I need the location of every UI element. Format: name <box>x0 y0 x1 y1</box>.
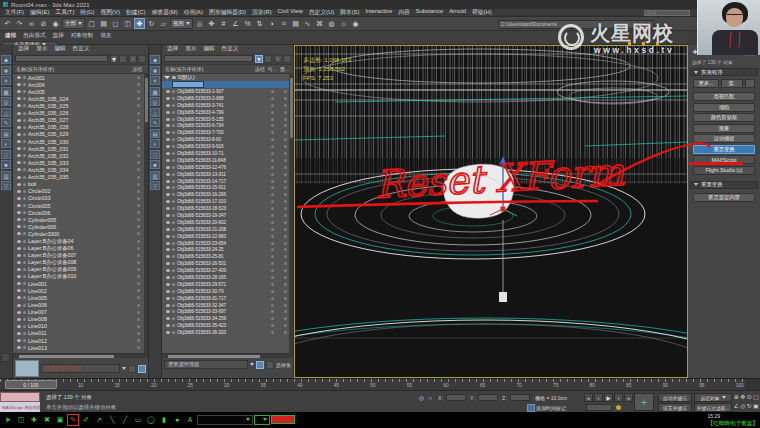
visible-toggle[interactable] <box>284 180 287 183</box>
lock-icon[interactable] <box>264 55 272 63</box>
list-item[interactable]: Obj3d66-515633-3-741 <box>162 102 293 109</box>
gizmo-center[interactable] <box>501 207 506 212</box>
list-item[interactable]: Obj3d66-515633-18-523 <box>162 205 293 212</box>
auto-key-button[interactable]: 自动关键点 <box>658 393 692 402</box>
visibility-icon[interactable] <box>17 275 21 278</box>
frozen-toggle[interactable] <box>137 112 140 115</box>
renderable-icon[interactable] <box>23 161 26 164</box>
renderable-icon[interactable] <box>172 310 175 313</box>
chevron-down-icon[interactable] <box>250 363 254 366</box>
renderable-icon[interactable] <box>23 97 26 100</box>
more-button[interactable]: 更多... <box>693 79 718 88</box>
visible-toggle[interactable] <box>284 145 287 148</box>
renderable-icon[interactable] <box>172 131 175 134</box>
list-item[interactable]: Line001 <box>13 280 148 287</box>
filter-hidden-icon[interactable]: ■ <box>1 160 11 169</box>
menu-item[interactable]: 脚本(S) <box>339 8 360 17</box>
dock-icon[interactable] <box>266 361 274 369</box>
visible-toggle[interactable] <box>284 131 287 134</box>
menu-item[interactable]: 帮助(H) <box>471 8 493 17</box>
renderable-icon[interactable] <box>172 297 175 300</box>
list-item[interactable]: Line002 <box>13 287 148 294</box>
visibility-icon[interactable] <box>166 97 170 100</box>
layer-manager-icon[interactable]: ▤ <box>290 18 301 29</box>
list-item[interactable]: Line010 <box>13 323 148 330</box>
frozen-toggle[interactable] <box>271 310 274 313</box>
selected-row[interactable] <box>162 81 293 88</box>
ribbon-tab[interactable]: 对象绘制 <box>71 32 93 40</box>
list-item[interactable]: Obj3d66-515633-10-71 <box>162 150 293 157</box>
filter-geometry-icon[interactable]: ◆ <box>150 55 160 64</box>
utility-button[interactable]: 重置变换 <box>693 145 755 154</box>
delete-icon[interactable] <box>128 365 136 373</box>
visibility-icon[interactable] <box>17 90 21 93</box>
frozen-toggle[interactable] <box>137 204 140 207</box>
frozen-toggle[interactable] <box>137 183 140 186</box>
frozen-toggle[interactable] <box>137 318 140 321</box>
frozen-toggle[interactable] <box>271 90 274 93</box>
marker-color-swatch[interactable] <box>271 415 295 424</box>
undo-icon[interactable]: ↶ <box>2 18 13 29</box>
renderable-icon[interactable] <box>23 325 26 328</box>
frozen-toggle[interactable] <box>137 304 140 307</box>
visible-toggle[interactable] <box>284 173 287 176</box>
renderable-icon[interactable] <box>172 304 175 307</box>
scrollbar-thumb[interactable] <box>168 355 260 358</box>
list-item[interactable]: Arch35_035_025 <box>13 102 148 109</box>
visibility-icon[interactable] <box>17 176 21 179</box>
visibility-icon[interactable] <box>166 145 170 148</box>
list-item[interactable]: Obj3d66-515633-9-916 <box>162 143 293 150</box>
close-tool-icon[interactable]: ✖ <box>41 414 53 426</box>
renderable-icon[interactable] <box>172 228 175 231</box>
visibility-icon[interactable] <box>17 332 21 335</box>
renderable-icon[interactable] <box>23 190 26 193</box>
renderable-icon[interactable] <box>23 218 26 221</box>
renderable-icon[interactable] <box>23 339 26 342</box>
frozen-toggle[interactable] <box>271 283 274 286</box>
frozen-toggle[interactable] <box>137 161 140 164</box>
menu-item[interactable]: 内容 <box>397 8 411 17</box>
list-item[interactable]: Arch35_035_030 <box>13 138 148 145</box>
menu-item[interactable]: Substance <box>415 8 444 17</box>
rename-field[interactable] <box>172 81 204 88</box>
visible-toggle[interactable] <box>284 310 287 313</box>
visibility-icon[interactable] <box>166 290 170 293</box>
list-item[interactable]: boli <box>13 181 148 188</box>
renderable-icon[interactable] <box>172 97 175 100</box>
filter-helpers-icon[interactable]: ◎ <box>1 97 11 106</box>
frozen-toggle[interactable] <box>137 97 140 100</box>
list-item[interactable]: Obj3d66-515633-2-688 <box>162 95 293 102</box>
renderable-icon[interactable] <box>172 145 175 148</box>
visibility-icon[interactable] <box>166 90 170 93</box>
global-search-input[interactable] <box>644 10 690 16</box>
explorer-search-input[interactable] <box>164 55 253 62</box>
set-key-big-button[interactable]: + <box>634 393 654 411</box>
explorer-menu-item[interactable]: 编辑 <box>203 45 214 53</box>
filter-icon[interactable] <box>110 55 118 63</box>
list-item[interactable]: Obj3d66-515633-32-347 <box>162 302 293 309</box>
renderable-icon[interactable] <box>23 197 26 200</box>
visible-toggle[interactable] <box>284 255 287 258</box>
time-tag-icon[interactable] <box>527 404 535 412</box>
renderable-icon[interactable] <box>172 118 175 121</box>
visible-toggle[interactable] <box>284 262 287 265</box>
frozen-toggle[interactable] <box>271 242 274 245</box>
filter-lights-icon[interactable]: ☀ <box>1 76 11 85</box>
visibility-icon[interactable] <box>17 168 21 171</box>
renderable-icon[interactable] <box>172 193 175 196</box>
list-item[interactable]: Obj3d66-515633-6-734 <box>162 122 293 129</box>
renderable-icon[interactable] <box>172 159 175 162</box>
selection-lock-icon[interactable]: ∩ <box>427 393 434 402</box>
renderable-icon[interactable] <box>172 255 175 258</box>
visibility-icon[interactable] <box>17 282 21 285</box>
list-item[interactable]: Obj3d66-515633-17-310 <box>162 198 293 205</box>
list-item[interactable]: Line006 <box>13 302 148 309</box>
visibility-icon[interactable] <box>166 228 170 231</box>
explorer-preset-dropdown[interactable]: 层资源管理器 <box>164 360 248 369</box>
ribbon-tab[interactable]: 选择 <box>53 32 64 40</box>
layer-group-row[interactable]: 0(默认) <box>162 74 293 81</box>
renderable-icon[interactable] <box>23 332 26 335</box>
renderable-icon[interactable] <box>23 346 26 349</box>
filter-bones-icon[interactable]: ✎ <box>150 118 160 127</box>
menu-item[interactable]: 组(G) <box>79 8 95 17</box>
